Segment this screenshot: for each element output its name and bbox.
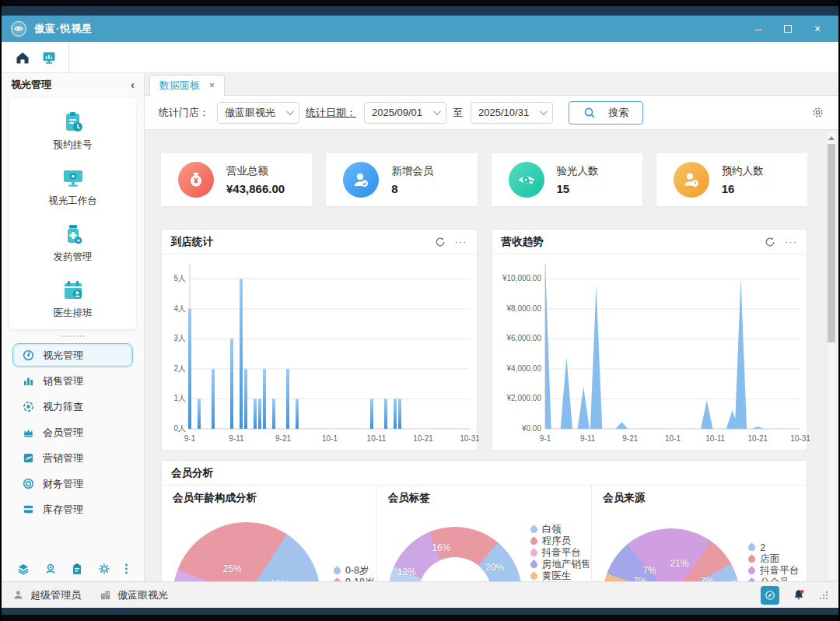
stat-card-optometry-count: 验光人数 15 (492, 153, 642, 206)
dashboard-button[interactable] (36, 46, 62, 69)
legend-item[interactable]: 抖音平台 (748, 565, 799, 577)
store-select[interactable]: 傲蓝眼视光 (217, 102, 299, 124)
more-options-icon[interactable]: ··· (785, 236, 797, 247)
legend-label: 2 (760, 542, 765, 553)
toolbar (2, 42, 838, 73)
refresh-icon[interactable] (765, 237, 775, 247)
crown-icon (23, 426, 34, 438)
pie-percent-label: 7% (633, 576, 646, 581)
close-button[interactable]: × (806, 19, 829, 38)
revenue-area-chart: ¥0.00¥2,000.00¥4,000.00¥6,000.00¥8,000.0… (492, 254, 810, 449)
svg-text:9-21: 9-21 (275, 434, 291, 443)
svg-text:9-11: 9-11 (580, 434, 596, 443)
stat-card-new-members: 新增会员 8 (326, 153, 477, 206)
panel-title: 会员分析 (171, 466, 213, 480)
tab-label: 数据面板 (159, 79, 200, 93)
resize-grip[interactable] (820, 591, 828, 599)
calendar-person-icon (61, 279, 85, 302)
member-age-chart: 会员年龄构成分析 25%19% 0-8岁9-18岁19-25岁 (162, 486, 377, 581)
svg-text:10-1: 10-1 (322, 434, 338, 443)
scroll-up-arrow[interactable] (827, 132, 836, 143)
more-button[interactable] (124, 563, 128, 575)
revenue-trend-panel: 营收趋势 ··· ¥0.00¥2,000.00¥4,000.00¥6,000.0… (492, 229, 808, 451)
sub-chart-title: 会员标签 (388, 491, 592, 505)
legend-item[interactable]: 0-8岁 (334, 565, 376, 577)
sidebar-item-optometry[interactable]: 视光管理 (12, 343, 133, 367)
search-button-label: 搜索 (608, 106, 628, 120)
quick-item-dispense[interactable]: 发药管理 (9, 223, 136, 264)
eye-icon (509, 162, 544, 198)
layers-button[interactable] (17, 563, 30, 575)
app-logo-icon (11, 21, 26, 37)
sidebar-collapse-button[interactable]: ‹ (131, 79, 135, 91)
maximize-icon (784, 25, 792, 33)
coin-icon (23, 478, 34, 489)
sidebar-drag-handle[interactable] (2, 335, 144, 340)
refresh-icon[interactable] (435, 237, 446, 247)
quick-item-workbench[interactable]: 视光工作台 (9, 167, 136, 208)
age-pie-chart: 25%19% (173, 522, 320, 581)
date-to-select[interactable]: 2025/10/31 (471, 102, 553, 124)
home-button[interactable] (9, 46, 36, 69)
date-from-select[interactable]: 2025/09/01 (364, 102, 446, 124)
quick-item-label: 视光工作台 (48, 195, 97, 208)
sidebar-item-marketing[interactable]: 营销管理 (12, 446, 133, 470)
person-check-icon (343, 162, 379, 198)
gear-icon (98, 563, 110, 575)
sub-chart-title: 会员年龄构成分析 (173, 491, 376, 505)
search-button[interactable]: 搜索 (569, 101, 643, 125)
bar-chart-icon (23, 375, 34, 387)
svg-text:10-1: 10-1 (664, 434, 680, 443)
legend-item[interactable]: 程序员 (530, 535, 591, 547)
toolbar-separator (68, 42, 69, 73)
sidebar-item-finance[interactable]: 财务管理 (12, 472, 133, 496)
legend-item[interactable]: 白领 (530, 524, 591, 535)
tab-close-icon[interactable]: × (209, 80, 215, 91)
store-building-icon (100, 589, 111, 601)
current-store: 傲蓝眼视光 (117, 588, 168, 602)
legend-item[interactable]: 2 (748, 542, 799, 553)
legend-item[interactable]: 9-18岁 (334, 577, 376, 581)
dashboard-settings-button[interactable] (811, 106, 824, 119)
legend-item[interactable]: 抖音平台 (530, 547, 591, 559)
sidebar-item-sales[interactable]: 销售管理 (12, 369, 133, 393)
notifications-button[interactable] (792, 588, 806, 602)
panel-title: 到店统计 (171, 235, 213, 249)
legend-marker-icon (747, 566, 757, 576)
settings-button[interactable] (98, 563, 110, 575)
trend-up-icon (23, 452, 34, 464)
app-title: 傲蓝·悦视星 (34, 22, 93, 36)
svg-text:0人: 0人 (173, 424, 186, 433)
date-to-label: 至 (453, 106, 463, 120)
optometry-monitor-icon (61, 167, 85, 190)
quick-item-schedule[interactable]: 医生排班 (9, 279, 136, 320)
chevron-down-icon (540, 107, 548, 115)
legend-marker-icon (332, 577, 342, 581)
vertical-dots-icon (124, 563, 128, 575)
minimize-button[interactable]: – (747, 19, 770, 38)
maximize-button[interactable] (776, 19, 800, 38)
date-to-value: 2025/10/31 (478, 107, 529, 118)
pie-disc (603, 528, 740, 581)
scrollbar-thumb[interactable] (828, 144, 835, 342)
sidebar-item-inventory[interactable]: 库存管理 (12, 497, 133, 521)
tab-data-panel[interactable]: 数据面板 × (149, 75, 225, 96)
more-options-icon[interactable]: ··· (455, 236, 467, 247)
clipboard-button[interactable] (71, 563, 83, 575)
legend-item[interactable]: 房地产销售 (530, 559, 591, 570)
quick-item-appointment[interactable]: 预约挂号 (9, 111, 136, 152)
svg-text:9-11: 9-11 (229, 434, 244, 443)
chevron-down-icon (286, 107, 294, 115)
vertical-scrollbar[interactable] (826, 132, 836, 580)
stat-card-revenue: 营业总额 ¥43,866.00 (161, 153, 312, 206)
legend-item[interactable]: 黄医生 (530, 570, 591, 581)
sidebar-item-screening[interactable]: 视力筛查 (12, 395, 133, 419)
navigator-button[interactable] (761, 586, 779, 605)
legend-item[interactable]: 店面 (748, 553, 799, 565)
legend-marker-icon (747, 554, 757, 564)
stat-card-value: 16 (722, 182, 764, 195)
legend-marker-icon (529, 536, 539, 546)
sidebar-item-label: 会员管理 (43, 426, 83, 440)
location-person-button[interactable] (44, 563, 57, 575)
sidebar-item-members[interactable]: 会员管理 (12, 420, 133, 444)
